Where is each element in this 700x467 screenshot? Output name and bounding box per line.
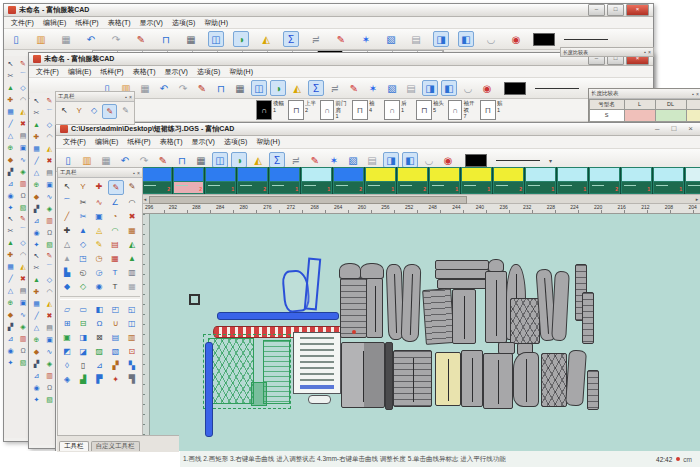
tool-icon[interactable]: ∿ <box>44 191 55 202</box>
tool-icon[interactable]: ▦ <box>125 224 139 237</box>
tool-icon[interactable]: ◊ <box>60 359 74 372</box>
pattern-piece[interactable] <box>366 278 383 338</box>
menu-item[interactable]: 表格(T) <box>133 67 156 77</box>
minimize-button[interactable]: – <box>655 124 659 134</box>
tool-icon[interactable]: ◇ <box>76 280 90 293</box>
tool-icon[interactable]: Ω <box>92 317 106 330</box>
small-square-marker[interactable] <box>189 294 200 305</box>
tool-icon[interactable]: ⊠ <box>92 331 106 344</box>
pin-icon[interactable]: ▪ <box>133 170 135 176</box>
tool-icon[interactable]: ◭ <box>18 106 29 117</box>
color-swatch-black[interactable] <box>504 82 526 95</box>
tool-icon[interactable]: ▥ <box>125 266 139 279</box>
tool-icon[interactable]: ⌒ <box>44 107 55 118</box>
toolbar-icon[interactable]: ◭ <box>289 80 305 96</box>
tool-icon[interactable]: ╱ <box>5 273 16 284</box>
toolbar-icon[interactable]: ▤ <box>364 152 380 168</box>
tool-icon[interactable]: ╱ <box>31 155 42 166</box>
toolbar-icon[interactable]: ≓ <box>288 152 304 168</box>
toolbar-icon[interactable]: ▦ <box>232 80 248 96</box>
tool-icon[interactable]: △ <box>31 167 42 178</box>
tool-icon[interactable]: ▤ <box>44 167 55 178</box>
tool-icon[interactable]: ◪ <box>76 345 90 358</box>
pin-icon[interactable]: ▪ <box>644 49 646 55</box>
menu-item[interactable]: 文件(F) <box>11 18 34 28</box>
toolbar-icon[interactable]: ✎ <box>346 80 362 96</box>
scroll-right-arrow[interactable]: ▸ <box>693 196 700 202</box>
close-icon[interactable]: × <box>137 170 140 176</box>
toolbar-icon[interactable]: ↷ <box>175 80 191 96</box>
tool-icon[interactable]: ▣ <box>60 331 74 344</box>
tool-icon[interactable]: ✂ <box>5 225 16 236</box>
tool-icon[interactable]: ╱ <box>31 310 42 321</box>
toolbar-icon[interactable]: ◫ <box>208 31 224 47</box>
tool-icon[interactable]: ▤ <box>108 238 122 251</box>
toolbar-icon[interactable]: ◫ <box>251 80 267 96</box>
pattern-piece[interactable] <box>483 353 513 409</box>
tool-panel-header[interactable]: 工具栏 ▪ × <box>58 168 142 178</box>
toolbar-icon[interactable]: ⊓ <box>213 80 229 96</box>
tool-icon[interactable]: ▲ <box>60 252 74 265</box>
tool-icon[interactable]: ▲ <box>31 274 42 285</box>
tool-icon[interactable]: ◈ <box>18 166 29 177</box>
tool-icon[interactable]: ✎ <box>92 238 106 251</box>
tool-icon[interactable]: ▱ <box>60 303 74 316</box>
tool-icon[interactable]: ▧ <box>18 357 29 368</box>
tool-icon[interactable]: ▤ <box>18 285 29 296</box>
pattern-thumbnail[interactable]: 1 <box>685 167 700 194</box>
tool-icon[interactable]: ◆ <box>5 309 16 320</box>
piece-cell[interactable]: ⊓ 上半2 <box>288 100 318 120</box>
tool-icon[interactable]: ◠ <box>18 249 29 260</box>
tool-icon[interactable]: ▞ <box>31 358 42 369</box>
piece-cell[interactable]: ∩ 袖开衩7 <box>448 100 478 120</box>
toolbar-icon[interactable]: ▥ <box>33 31 49 47</box>
tool-icon[interactable]: ▨ <box>92 345 106 358</box>
tool-icon[interactable]: ⊿ <box>31 215 42 226</box>
pattern-piece[interactable] <box>461 350 483 407</box>
pattern-thumbnail[interactable]: 2 <box>237 167 269 194</box>
menu-item[interactable]: 表格(T) <box>160 137 183 147</box>
green-wireframe-piece[interactable] <box>263 340 290 404</box>
menu-item[interactable]: 文件(F) <box>36 67 59 77</box>
tool-icon[interactable]: ▚ <box>125 359 139 372</box>
menu-item[interactable]: 纸样(P) <box>100 67 123 77</box>
tool-icon[interactable]: ◭ <box>44 143 55 154</box>
menu-item[interactable]: 选项(S) <box>172 18 195 28</box>
tool-icon[interactable]: Y <box>76 180 90 193</box>
toolbar-icon[interactable]: ◭ <box>258 31 274 47</box>
pattern-thumbnail[interactable]: 1 <box>269 167 301 194</box>
tool-icon[interactable]: ▥ <box>18 178 29 189</box>
title-bar[interactable]: 未命名 - 富怡服装CAD – □ × <box>4 4 653 17</box>
tool-icon[interactable]: ◵ <box>76 266 90 279</box>
tool-icon[interactable]: ⊿ <box>5 333 16 344</box>
tool-icon[interactable]: ✎ <box>44 250 55 261</box>
menu-item[interactable]: 表格(T) <box>108 18 131 28</box>
toolbar-icon[interactable]: ▧ <box>345 152 361 168</box>
tool-icon[interactable]: ↖ <box>5 213 16 224</box>
toolbar-icon[interactable]: ▤ <box>403 80 419 96</box>
toolbar-icon[interactable]: Σ <box>283 31 299 47</box>
tool-icon[interactable]: ▲ <box>31 119 42 130</box>
pattern-piece[interactable] <box>565 349 587 406</box>
tool-icon[interactable]: ◆ <box>31 191 42 202</box>
tool-icon[interactable]: ▤ <box>109 331 123 344</box>
tool-icon[interactable]: ◠ <box>44 131 55 142</box>
tool-icon[interactable]: ▦ <box>5 261 16 272</box>
toolbar-icon[interactable]: ◫ <box>212 152 228 168</box>
toolbar-icon[interactable]: ▯ <box>8 31 24 47</box>
green-wireframe-piece[interactable] <box>251 382 267 406</box>
tool-icon[interactable]: ✚ <box>5 94 16 105</box>
tool-icon[interactable]: ◉ <box>5 345 16 356</box>
line-style-sample[interactable] <box>496 160 540 161</box>
color-swatch-black[interactable] <box>465 154 487 167</box>
title-bar[interactable]: C:\Users\admin\Desktop\短裙练习.DGS - 富怡CAD … <box>56 123 700 136</box>
pattern-piece[interactable] <box>435 269 489 279</box>
tab[interactable]: 工具栏 <box>59 441 89 451</box>
tool-icon[interactable]: ▤ <box>44 322 55 333</box>
tool-icon[interactable]: ▟ <box>76 373 90 386</box>
tool-icon[interactable]: ▧ <box>44 394 55 405</box>
value-cell-L[interactable] <box>624 109 656 122</box>
toolbar-icon[interactable]: ◨ <box>433 31 449 47</box>
menu-item[interactable]: 显示(V) <box>140 18 163 28</box>
menu-item[interactable]: 选项(S) <box>224 137 247 147</box>
